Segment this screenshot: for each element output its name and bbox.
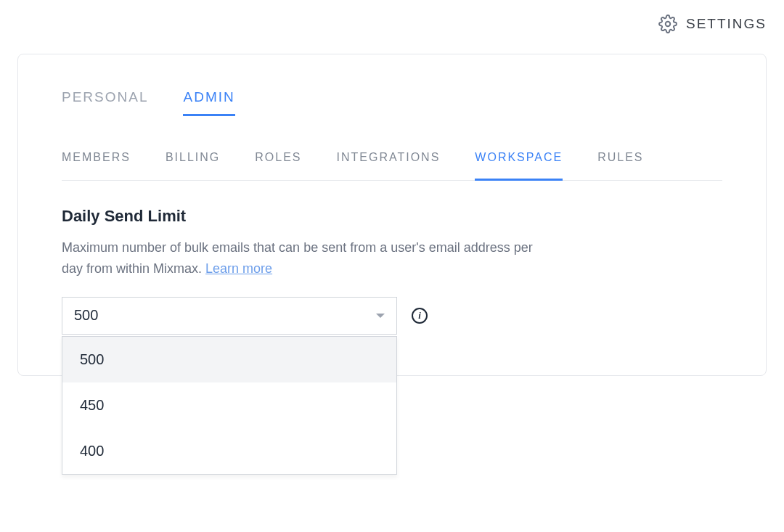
- dropdown-option-450[interactable]: 450: [62, 382, 396, 428]
- daily-limit-select[interactable]: 500: [62, 297, 397, 335]
- info-icon[interactable]: i: [412, 308, 428, 324]
- select-row: 500 500450400 i: [62, 297, 722, 335]
- dropdown-menu: 500450400: [62, 336, 397, 475]
- tab-personal[interactable]: PERSONAL: [62, 89, 148, 116]
- section-description: Maximum number of bulk emails that can b…: [62, 237, 555, 279]
- secondary-tabs: MEMBERSBILLINGROLESINTEGRATIONSWORKSPACE…: [62, 151, 722, 181]
- dropdown-option-400[interactable]: 400: [62, 428, 396, 474]
- chevron-down-icon: [376, 314, 385, 318]
- dropdown-option-500[interactable]: 500: [62, 337, 396, 382]
- primary-tabs: PERSONALADMIN: [62, 89, 722, 116]
- tab-admin[interactable]: ADMIN: [183, 89, 234, 116]
- description-text: Maximum number of bulk emails that can b…: [62, 240, 533, 276]
- subtab-integrations[interactable]: INTEGRATIONS: [337, 151, 441, 181]
- svg-point-0: [666, 22, 671, 27]
- page-title: SETTINGS: [686, 16, 767, 32]
- subtab-members[interactable]: MEMBERS: [62, 151, 131, 181]
- learn-more-link[interactable]: Learn more: [205, 261, 272, 276]
- subtab-billing[interactable]: BILLING: [166, 151, 220, 181]
- select-wrapper: 500 500450400: [62, 297, 397, 335]
- section-title: Daily Send Limit: [62, 207, 722, 226]
- subtab-rules[interactable]: RULES: [597, 151, 643, 181]
- header: SETTINGS: [0, 0, 784, 48]
- select-value: 500: [74, 307, 98, 324]
- subtab-workspace[interactable]: WORKSPACE: [475, 151, 563, 181]
- settings-panel: PERSONALADMIN MEMBERSBILLINGROLESINTEGRA…: [17, 54, 767, 376]
- subtab-roles[interactable]: ROLES: [255, 151, 301, 181]
- gear-icon[interactable]: [658, 15, 677, 33]
